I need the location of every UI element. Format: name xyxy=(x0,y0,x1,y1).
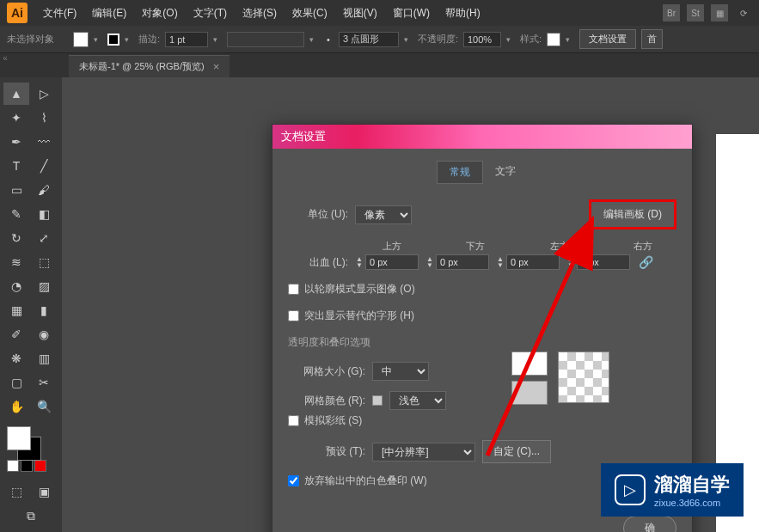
watermark-brand: 溜溜自学 xyxy=(654,472,730,498)
opacity-input[interactable] xyxy=(463,32,501,47)
artboard-tool[interactable]: ▢ xyxy=(3,371,29,394)
menu-file[interactable]: 文件(F) xyxy=(36,3,83,24)
blend-tool[interactable]: ◉ xyxy=(31,323,57,345)
draw-mode-icon[interactable]: ▣ xyxy=(31,480,57,503)
bleed-top-input[interactable] xyxy=(365,254,419,270)
zoom-tool[interactable]: 🔍 xyxy=(31,395,57,418)
eraser-tool[interactable]: ◧ xyxy=(31,203,57,225)
menu-help[interactable]: 帮助(H) xyxy=(438,3,487,24)
grid-size-select[interactable]: 中 xyxy=(372,362,429,381)
tab-general[interactable]: 常规 xyxy=(437,161,483,184)
hand-tool[interactable]: ✋ xyxy=(3,395,29,418)
menu-effect[interactable]: 效果(C) xyxy=(285,3,334,24)
document-tab[interactable]: 未标题-1* @ 25% (RGB/预览) × xyxy=(69,55,230,77)
menu-type[interactable]: 文字(T) xyxy=(187,3,234,24)
grid-color-select[interactable]: 浅色 xyxy=(389,391,446,410)
direct-selection-tool[interactable]: ▷ xyxy=(31,83,57,105)
discard-white-checkbox[interactable] xyxy=(288,475,299,486)
eyedropper-tool[interactable]: ✐ xyxy=(3,323,29,345)
color-picker[interactable] xyxy=(3,426,58,453)
curvature-tool[interactable]: 〰 xyxy=(31,131,57,153)
bleed-left-input[interactable] xyxy=(506,254,560,270)
outline-mode-label: 以轮廓模式显示图像 (O) xyxy=(304,282,415,297)
unit-select[interactable]: 像素 xyxy=(355,205,412,224)
style-swatch[interactable] xyxy=(547,33,560,46)
stepper-icon[interactable]: ▲▼ xyxy=(494,256,506,268)
pen-tool[interactable]: ✒ xyxy=(3,131,29,153)
ok-button[interactable]: 确 xyxy=(623,516,676,532)
preview-white-swatch[interactable] xyxy=(511,352,548,376)
gradient-tool[interactable]: ▮ xyxy=(31,299,57,321)
symbol-sprayer-tool[interactable]: ❋ xyxy=(3,347,29,370)
selection-status: 未选择对象 xyxy=(7,33,54,46)
stepper-icon[interactable]: ▲▼ xyxy=(424,256,436,268)
bleed-bottom-input[interactable] xyxy=(436,254,489,270)
stroke-swatch[interactable] xyxy=(107,34,119,46)
paintbrush-tool[interactable]: 🖌 xyxy=(31,179,57,201)
outline-mode-checkbox[interactable] xyxy=(288,284,299,295)
chevron-down-icon[interactable]: ▾ xyxy=(125,35,133,44)
highlight-glyphs-checkbox[interactable] xyxy=(288,310,299,321)
screen-mode-icon[interactable]: ⬚ xyxy=(3,480,29,503)
scale-tool[interactable]: ⤢ xyxy=(31,227,57,249)
menu-select[interactable]: 选择(S) xyxy=(236,3,284,24)
slice-tool[interactable]: ✂ xyxy=(31,371,57,394)
stepper-icon[interactable]: ▲▼ xyxy=(565,256,577,268)
simulate-paper-checkbox[interactable] xyxy=(288,415,299,426)
menu-edit[interactable]: 编辑(E) xyxy=(85,3,133,24)
chevron-down-icon[interactable]: ▾ xyxy=(506,35,515,44)
stroke-weight-input[interactable] xyxy=(165,32,208,47)
chevron-down-icon[interactable]: ▾ xyxy=(94,35,102,44)
rotate-tool[interactable]: ↻ xyxy=(3,227,29,249)
change-screen-icon[interactable]: ⧉ xyxy=(18,504,44,527)
perspective-tool[interactable]: ▨ xyxy=(31,275,57,297)
opacity-label: 不透明度: xyxy=(418,33,458,46)
chevron-down-icon[interactable]: ▾ xyxy=(309,35,318,44)
watermark-url: zixue.3d66.com xyxy=(654,498,730,508)
tab-type[interactable]: 文字 xyxy=(483,161,528,184)
type-tool[interactable]: T xyxy=(3,155,29,177)
preview-gray-swatch[interactable] xyxy=(511,381,548,405)
stepper-icon[interactable]: ▲▼ xyxy=(353,256,365,268)
rectangle-tool[interactable]: ▭ xyxy=(3,179,29,201)
dialog-titlebar[interactable]: 文档设置 xyxy=(272,125,692,149)
foreground-color[interactable] xyxy=(7,426,31,450)
edit-artboard-button[interactable]: 编辑画板 (D) xyxy=(589,199,676,229)
magic-wand-tool[interactable]: ✦ xyxy=(3,107,29,129)
document-setup-button[interactable]: 文档设置 xyxy=(579,29,636,49)
selection-tool[interactable]: ▲ xyxy=(3,83,29,105)
preferences-button[interactable]: 首 xyxy=(641,29,663,49)
sync-icon[interactable]: ⟳ xyxy=(735,4,752,21)
width-tool[interactable]: ≋ xyxy=(3,251,29,273)
stock-icon[interactable]: St xyxy=(687,4,704,21)
custom-preset-button[interactable]: 自定 (C)... xyxy=(482,440,551,463)
document-tab-bar: 未标题-1* @ 25% (RGB/预览) × xyxy=(0,53,759,77)
none-mode-icon[interactable] xyxy=(34,460,46,472)
menu-view[interactable]: 视图(V) xyxy=(336,3,384,24)
arrange-icon[interactable]: ▦ xyxy=(711,4,728,21)
fill-swatch[interactable] xyxy=(73,32,89,47)
mesh-tool[interactable]: ▦ xyxy=(3,299,29,321)
link-icon[interactable]: 🔗 xyxy=(635,255,657,269)
stroke-mode-icon[interactable] xyxy=(21,460,33,472)
variable-width-profile[interactable] xyxy=(227,32,304,47)
menu-window[interactable]: 窗口(W) xyxy=(386,3,437,24)
free-transform-tool[interactable]: ⬚ xyxy=(31,251,57,273)
bridge-icon[interactable]: Br xyxy=(663,4,680,21)
lasso-tool[interactable]: ⌇ xyxy=(31,107,57,129)
column-graph-tool[interactable]: ▥ xyxy=(31,347,57,370)
shaper-tool[interactable]: ✎ xyxy=(3,203,29,225)
menu-object[interactable]: 对象(O) xyxy=(135,3,184,24)
bleed-right-input[interactable] xyxy=(577,254,630,270)
close-icon[interactable]: × xyxy=(213,60,220,73)
shape-builder-tool[interactable]: ◔ xyxy=(3,275,29,297)
chevron-down-icon[interactable]: ▾ xyxy=(566,35,574,44)
chevron-down-icon[interactable]: ▾ xyxy=(213,35,222,44)
chevron-down-icon[interactable]: ▾ xyxy=(404,35,413,44)
panel-grip-icon[interactable]: « xyxy=(0,53,10,70)
brush-preset-input[interactable] xyxy=(339,32,399,47)
transparency-preview xyxy=(511,352,676,405)
preset-select[interactable]: [中分辨率] xyxy=(372,443,475,462)
fill-mode-icon[interactable] xyxy=(7,460,19,472)
line-tool[interactable]: ╱ xyxy=(31,155,57,177)
